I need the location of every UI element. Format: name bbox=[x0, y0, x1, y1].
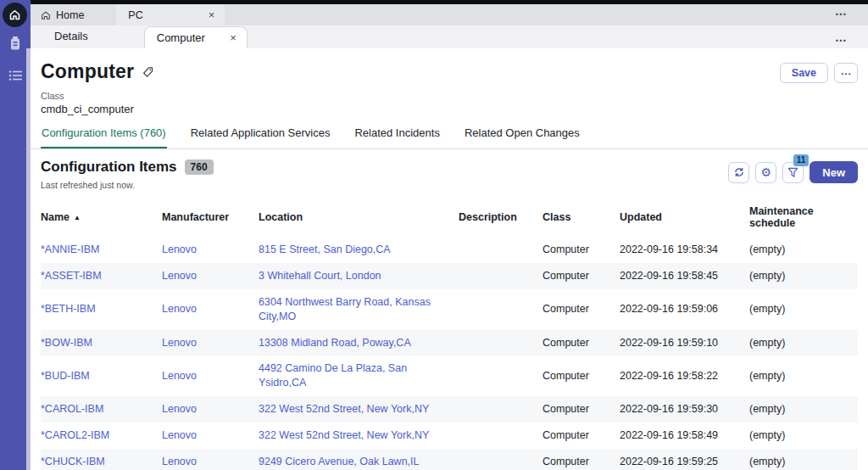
page-title: Computer bbox=[41, 60, 134, 83]
workspace-tab-details[interactable]: Details bbox=[54, 30, 88, 48]
cell-name[interactable]: *BOW-IBM bbox=[41, 330, 162, 356]
table-row: *CHUCK-IBMLenovo9249 Cicero Avenue, Oak … bbox=[41, 449, 858, 470]
tab-configuration-items-760-[interactable]: Configuration Items (760) bbox=[41, 126, 167, 148]
table-row: *CAROL2-IBMLenovo322 West 52nd Street, N… bbox=[41, 422, 858, 449]
cell-maintenance: (empty) bbox=[749, 237, 858, 263]
cell-updated: 2022-09-16 19:59:30 bbox=[620, 396, 749, 422]
cell-description bbox=[459, 337, 542, 349]
tag-icon[interactable] bbox=[142, 66, 154, 79]
cell-class: Computer bbox=[542, 237, 620, 263]
table-header-row: Name▲ManufacturerLocationDescriptionClas… bbox=[41, 198, 858, 237]
cell-updated: 2022-09-16 19:58:22 bbox=[620, 363, 749, 389]
table-row: *ASSET-IBMLenovo3 Whitehall Court, Londo… bbox=[41, 263, 858, 289]
save-button[interactable]: Save bbox=[780, 63, 828, 83]
cell-updated: 2022-09-16 19:58:34 bbox=[620, 237, 749, 263]
new-button[interactable]: New bbox=[810, 161, 858, 183]
record-page: Computer Class cmdb_ci_computer Save ⋯ C… bbox=[31, 48, 868, 470]
cell-class: Computer bbox=[542, 449, 620, 470]
column-header-class[interactable]: Class bbox=[542, 204, 620, 231]
cell-manufacturer[interactable]: Lenovo bbox=[162, 363, 259, 389]
cell-location[interactable]: 4492 Camino De La Plaza, San Ysidro,CA bbox=[259, 355, 459, 396]
cell-manufacturer[interactable]: Lenovo bbox=[162, 296, 259, 322]
record-more-button[interactable]: ⋯ bbox=[834, 63, 858, 83]
cell-description bbox=[459, 370, 542, 382]
cell-manufacturer[interactable]: Lenovo bbox=[162, 330, 259, 356]
column-header-location[interactable]: Location bbox=[259, 204, 459, 231]
cell-class: Computer bbox=[542, 263, 620, 289]
cell-location[interactable]: 815 E Street, San Diego,CA bbox=[259, 237, 459, 263]
cell-updated: 2022-09-16 19:58:45 bbox=[620, 263, 749, 289]
cell-manufacturer[interactable]: Lenovo bbox=[162, 237, 259, 263]
refresh-button[interactable] bbox=[728, 162, 749, 183]
cell-name[interactable]: *ANNIE-IBM bbox=[41, 237, 162, 263]
filter-count-badge: 11 bbox=[793, 154, 810, 166]
cell-location[interactable]: 6304 Northwest Barry Road, Kansas City,M… bbox=[259, 289, 459, 330]
cell-class: Computer bbox=[542, 330, 620, 356]
tab-related-application-services[interactable]: Related Application Services bbox=[190, 126, 331, 148]
cell-class: Computer bbox=[542, 396, 620, 422]
column-header-name[interactable]: Name▲ bbox=[41, 204, 162, 231]
cell-name[interactable]: *CAROL2-IBM bbox=[41, 422, 162, 449]
close-icon[interactable]: × bbox=[230, 32, 236, 43]
cell-manufacturer[interactable]: Lenovo bbox=[162, 449, 259, 470]
cell-maintenance: (empty) bbox=[749, 263, 858, 289]
cell-name[interactable]: *BUD-IBM bbox=[41, 363, 162, 389]
cell-manufacturer[interactable]: Lenovo bbox=[162, 263, 259, 289]
app-sidebar bbox=[0, 0, 31, 470]
cell-description bbox=[459, 243, 542, 255]
workspace-tab-bar: Details Computer × ⋯ bbox=[31, 25, 868, 48]
cell-location[interactable]: 3 Whitehall Court, London bbox=[259, 263, 459, 289]
sidebar-item-list[interactable] bbox=[8, 68, 23, 83]
app-logo[interactable] bbox=[3, 3, 27, 27]
workspace-chrome: Home PC × ⋯ Details Computer × ⋯ bbox=[31, 4, 868, 48]
close-icon[interactable]: × bbox=[209, 9, 215, 20]
tab-related-incidents[interactable]: Related Incidents bbox=[353, 126, 440, 148]
tab-related-open-changes[interactable]: Related Open Changes bbox=[464, 126, 581, 148]
refreshed-status: Last refreshed just now. bbox=[41, 180, 214, 190]
list-menu-icon bbox=[8, 70, 23, 81]
sort-ascending-icon: ▲ bbox=[74, 214, 81, 221]
column-header-updated[interactable]: Updated bbox=[620, 204, 749, 231]
more-options-icon[interactable]: ⋯ bbox=[835, 7, 848, 20]
cell-location[interactable]: 322 West 52nd Street, New York,NY bbox=[259, 396, 459, 422]
table-row: *ANNIE-IBMLenovo815 E Street, San Diego,… bbox=[41, 237, 858, 263]
cell-manufacturer[interactable]: Lenovo bbox=[162, 396, 259, 422]
cell-description bbox=[459, 404, 542, 416]
more-options-icon[interactable]: ⋯ bbox=[835, 33, 848, 47]
cell-location[interactable]: 13308 Midland Road, Poway,CA bbox=[259, 330, 459, 356]
column-header-manufacturer[interactable]: Manufacturer bbox=[162, 204, 259, 231]
window-tab-home[interactable]: Home bbox=[31, 4, 96, 25]
top-window-bar bbox=[0, 0, 868, 4]
cell-updated: 2022-09-16 19:59:10 bbox=[620, 330, 749, 356]
class-field-label: Class bbox=[41, 91, 858, 101]
cell-location[interactable]: 9249 Cicero Avenue, Oak Lawn,IL bbox=[259, 449, 459, 470]
table-row: *BETH-IBMLenovo6304 Northwest Barry Road… bbox=[41, 289, 858, 330]
cell-name[interactable]: *BETH-IBM bbox=[41, 296, 162, 322]
cell-maintenance: (empty) bbox=[749, 330, 858, 356]
cell-updated: 2022-09-16 19:59:25 bbox=[620, 449, 749, 470]
window-tab-bar: Home PC × ⋯ bbox=[31, 4, 868, 25]
cell-location[interactable]: 322 West 52nd Street, New York,NY bbox=[259, 422, 459, 449]
column-header-description[interactable]: Description bbox=[459, 204, 542, 231]
cell-class: Computer bbox=[542, 422, 620, 449]
sidebar-item-cmdb[interactable] bbox=[8, 36, 23, 51]
home-icon bbox=[41, 10, 51, 20]
cell-name[interactable]: *CHUCK-IBM bbox=[41, 449, 162, 470]
configuration-items-table: Name▲ManufacturerLocationDescriptionClas… bbox=[41, 198, 858, 470]
cell-name[interactable]: *ASSET-IBM bbox=[41, 263, 162, 289]
table-row: *BOW-IBMLenovo13308 Midland Road, Poway,… bbox=[41, 330, 858, 356]
column-header-maintenance-schedule[interactable]: Maintenance schedule bbox=[749, 198, 858, 237]
cell-manufacturer[interactable]: Lenovo bbox=[162, 422, 259, 449]
record-tabs: Configuration Items (760)Related Applica… bbox=[31, 126, 868, 149]
window-tab-home-label: Home bbox=[56, 9, 84, 21]
cell-name[interactable]: *CAROL-IBM bbox=[41, 396, 162, 422]
table-row: *CAROL-IBMLenovo322 West 52nd Street, Ne… bbox=[41, 396, 858, 422]
window-tab-pc[interactable]: PC × bbox=[116, 4, 225, 25]
cell-updated: 2022-09-16 19:59:06 bbox=[620, 296, 749, 322]
gear-icon: ⚙ bbox=[760, 166, 771, 178]
workspace-tab-computer[interactable]: Computer × bbox=[144, 26, 248, 48]
cell-maintenance: (empty) bbox=[749, 296, 858, 322]
class-field-value: cmdb_ci_computer bbox=[41, 103, 858, 115]
list-settings-button[interactable]: ⚙ bbox=[755, 162, 776, 183]
window-tab-pc-label: PC bbox=[128, 9, 142, 21]
